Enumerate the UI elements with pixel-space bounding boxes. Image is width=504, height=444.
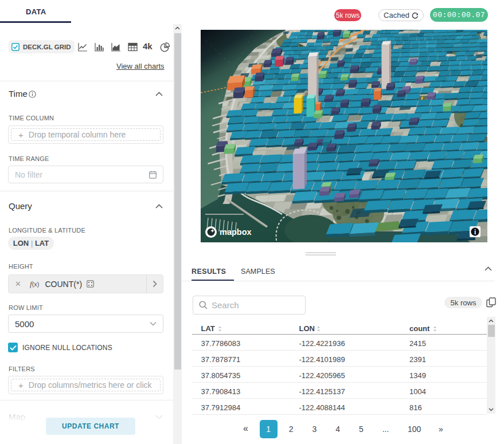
svg-text:mapbox: mapbox [220,227,252,237]
